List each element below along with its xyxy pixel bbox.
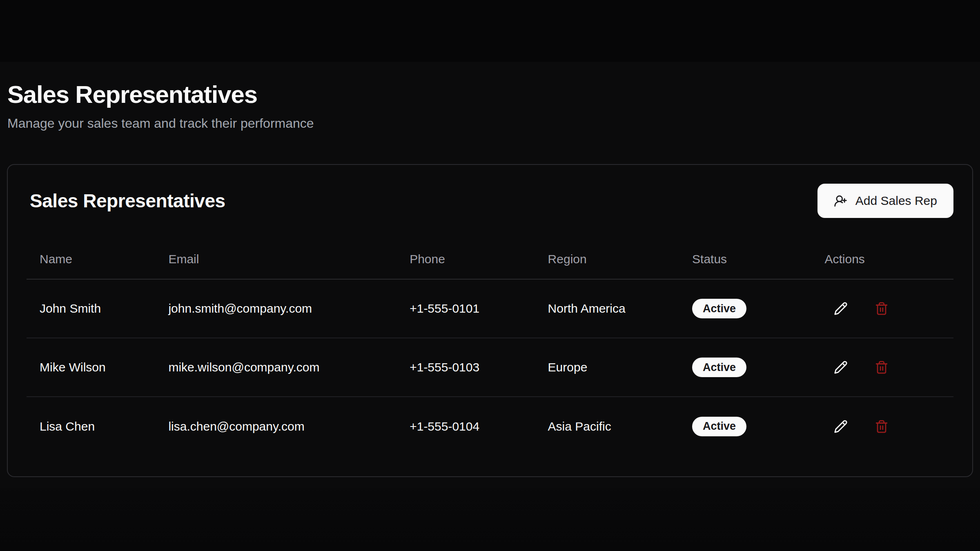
- status-badge: Active: [692, 358, 746, 377]
- page-title: Sales Representatives: [7, 80, 973, 109]
- sales-reps-table: Name Email Phone Region Status Actions J…: [27, 237, 953, 455]
- rep-name: Lisa Chen: [27, 397, 155, 455]
- card-title: Sales Representatives: [30, 190, 225, 212]
- rep-email: mike.wilson@company.com: [155, 338, 396, 397]
- trash-icon: [875, 420, 889, 433]
- column-header-status: Status: [679, 237, 811, 279]
- page-subtitle: Manage your sales team and track their p…: [7, 115, 973, 131]
- pencil-icon: [834, 420, 848, 433]
- sales-reps-card: Sales Representatives Add Sales Rep Name: [7, 164, 973, 477]
- rep-phone: +1-555-0101: [396, 279, 535, 338]
- rep-phone: +1-555-0104: [396, 397, 535, 455]
- delete-button[interactable]: [870, 297, 893, 320]
- add-sales-rep-button[interactable]: Add Sales Rep: [817, 184, 953, 218]
- trash-icon: [875, 360, 889, 374]
- pencil-icon: [834, 360, 848, 374]
- page: Sales Representatives Manage your sales …: [0, 0, 980, 477]
- rep-email: john.smith@company.com: [155, 279, 396, 338]
- pencil-icon: [834, 302, 848, 315]
- column-header-name: Name: [27, 237, 155, 279]
- delete-button[interactable]: [870, 356, 893, 379]
- row-actions: [824, 415, 940, 438]
- edit-button[interactable]: [829, 356, 852, 379]
- rep-phone: +1-555-0103: [396, 338, 535, 397]
- column-header-phone: Phone: [396, 237, 535, 279]
- row-actions: [824, 356, 940, 379]
- table-row: Lisa Chen lisa.chen@company.com +1-555-0…: [27, 397, 953, 455]
- delete-button[interactable]: [870, 415, 893, 438]
- table-row: Mike Wilson mike.wilson@company.com +1-5…: [27, 338, 953, 397]
- rep-region: Europe: [535, 338, 679, 397]
- status-badge: Active: [692, 417, 746, 436]
- page-header: Sales Representatives Manage your sales …: [7, 0, 973, 131]
- edit-button[interactable]: [829, 415, 852, 438]
- row-actions: [824, 297, 940, 320]
- rep-region: Asia Pacific: [535, 397, 679, 455]
- trash-icon: [875, 302, 889, 315]
- card-header: Sales Representatives Add Sales Rep: [27, 184, 953, 218]
- user-plus-icon: [834, 194, 847, 208]
- table-header-row: Name Email Phone Region Status Actions: [27, 237, 953, 279]
- rep-region: North America: [535, 279, 679, 338]
- rep-name: Mike Wilson: [27, 338, 155, 397]
- status-badge: Active: [692, 299, 746, 318]
- table-row: John Smith john.smith@company.com +1-555…: [27, 279, 953, 338]
- column-header-region: Region: [535, 237, 679, 279]
- add-sales-rep-label: Add Sales Rep: [855, 194, 937, 208]
- edit-button[interactable]: [829, 297, 852, 320]
- column-header-email: Email: [155, 237, 396, 279]
- rep-name: John Smith: [27, 279, 155, 338]
- column-header-actions: Actions: [811, 237, 953, 279]
- rep-email: lisa.chen@company.com: [155, 397, 396, 455]
